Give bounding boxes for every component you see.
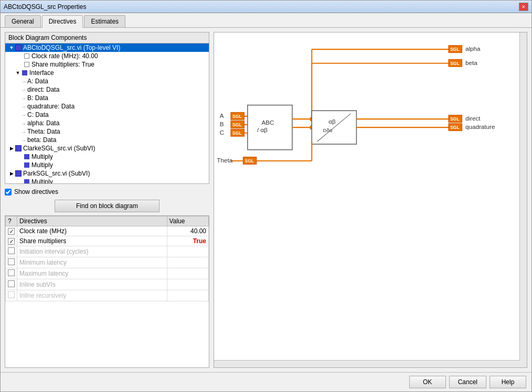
diagram-canvas: ABC / αβ αβ Dδα — [214, 32, 527, 367]
checkbox-icon[interactable] — [8, 269, 15, 276]
tab-bar: General Directives Estimates — [1, 13, 531, 28]
svg-text:SGL: SGL — [232, 114, 241, 119]
tree-item-label: Interface — [29, 69, 54, 77]
vi-icon — [15, 44, 22, 51]
tree-item-beta[interactable]: → beta: Data — [5, 136, 209, 144]
blue-sq-icon — [23, 153, 30, 160]
svg-text:ABC: ABC — [261, 119, 274, 126]
expand-icon-clarke[interactable]: ▶ — [8, 146, 15, 151]
row-name: Minimum latency — [17, 257, 167, 268]
row-name: Maximum latency — [17, 268, 167, 279]
tree-item-clk[interactable]: Clock rate (MHz): 40.00 — [5, 52, 209, 60]
find-on-block-diagram-button[interactable]: Find on block diagram — [55, 200, 159, 212]
tree-item-mult1[interactable]: Multiply — [5, 153, 209, 161]
table-row: Initiation interval (cycles) — [6, 246, 209, 257]
tree-item-b[interactable]: → B: Data — [5, 94, 209, 102]
tree-item-label: quadrature: Data — [27, 103, 75, 110]
directives-table: ? Directives Value ✓ Clock rate (MHz) — [5, 215, 209, 368]
tree-item-alpha[interactable]: → alpha: Data — [5, 119, 209, 127]
row-check[interactable] — [6, 268, 17, 279]
checkbox-icon[interactable]: ✓ — [8, 228, 15, 235]
svg-text:SGL: SGL — [450, 47, 459, 52]
svg-text:SGL: SGL — [450, 61, 459, 66]
tree-item-label: Multiply — [31, 178, 53, 183]
table-row: Inline recursively — [6, 290, 209, 301]
row-value — [167, 279, 208, 290]
row-name: Initiation interval (cycles) — [17, 246, 167, 257]
tree-item-share[interactable]: Share multipliers: True — [5, 60, 209, 69]
tab-general[interactable]: General — [5, 15, 41, 27]
tree-item-label: Theta: Data — [27, 128, 60, 135]
tree-item-theta[interactable]: → Theta: Data — [5, 127, 209, 136]
dash-arrow-icon: → — [21, 87, 26, 93]
main-window: ABCtoDQSGL_src Properties ✕ General Dire… — [0, 0, 532, 392]
row-value — [167, 268, 208, 279]
svg-text:SGL: SGL — [450, 116, 459, 122]
dash-arrow-icon: → — [21, 121, 26, 126]
col-header-value: Value — [167, 216, 208, 226]
row-check[interactable] — [6, 257, 17, 268]
tree-item-label: Clock rate (MHz): 40.00 — [31, 52, 98, 60]
tree-item-label: B: Data — [27, 94, 48, 102]
tree-item-c[interactable]: → C: Data — [5, 111, 209, 119]
tree-item-park[interactable]: ▶ ParkSGL_src.vi (SubVI) — [5, 169, 209, 178]
row-check[interactable]: ✓ — [6, 236, 17, 246]
cancel-button[interactable]: Cancel — [449, 376, 486, 388]
checkbox-icon[interactable] — [8, 280, 15, 287]
dash-arrow-icon: → — [21, 112, 26, 118]
help-button[interactable]: Help — [490, 376, 526, 388]
checkbox-icon[interactable] — [8, 291, 15, 298]
col-header-check: ? — [6, 216, 17, 226]
vi-icon — [15, 170, 22, 177]
tree-scroll[interactable]: ▼ ABCtoDQSGL_src.vi (Top-level VI) Clock… — [5, 43, 209, 183]
tree-item-mult3[interactable]: Multiply — [5, 178, 209, 183]
blue-sq-icon — [23, 178, 30, 183]
svg-text:alpha: alpha — [465, 45, 481, 52]
tree-item-quad[interactable]: → quadrature: Data — [5, 102, 209, 111]
expand-icon-park[interactable]: ▶ — [8, 171, 15, 176]
col-header-name: Directives — [17, 216, 167, 226]
table-row: ✓ Share multipliers True — [6, 236, 209, 246]
tree-header: Block Diagram Components — [5, 32, 209, 43]
tree-item-label: ParkSGL_src.vi (SubVI) — [23, 170, 90, 177]
row-check[interactable]: ✓ — [6, 226, 17, 236]
tree-item-clarke[interactable]: ▶ ClarkeSGL_src.vi (SubVI) — [5, 144, 209, 153]
dash-arrow-icon: → — [21, 137, 26, 143]
blue-sq-icon — [23, 161, 30, 169]
checkbox-icon[interactable] — [8, 247, 15, 254]
vertical-scrollbar[interactable] — [519, 32, 527, 360]
horizontal-scrollbar[interactable] — [214, 360, 519, 367]
diagram-panel: ABC / αβ αβ Dδα — [214, 32, 527, 368]
row-check[interactable] — [6, 246, 17, 257]
svg-text:SGL: SGL — [232, 130, 241, 136]
tab-estimates[interactable]: Estimates — [84, 15, 125, 27]
tab-directives[interactable]: Directives — [42, 15, 83, 28]
row-value: 40.00 — [167, 226, 208, 236]
checkbox-icon[interactable] — [8, 258, 15, 265]
tree-item-direct[interactable]: → direct: Data — [5, 85, 209, 94]
ok-button[interactable]: OK — [409, 376, 446, 388]
svg-text:beta: beta — [465, 59, 477, 66]
show-directives-checkbox[interactable] — [5, 189, 12, 195]
row-check[interactable] — [6, 290, 17, 301]
close-button[interactable]: ✕ — [519, 3, 528, 11]
check-empty-icon — [23, 52, 30, 60]
dash-arrow-icon: → — [21, 104, 26, 110]
title-bar: ABCtoDQSGL_src Properties ✕ — [1, 1, 531, 13]
blue-sq-icon — [21, 69, 28, 77]
tree-item-mult2[interactable]: Multiply — [5, 161, 209, 169]
tree-item-label: Multiply — [31, 161, 53, 169]
dash-arrow-icon: → — [21, 95, 26, 101]
tree-item-iface[interactable]: ▼ Interface — [5, 69, 209, 77]
row-check[interactable] — [6, 279, 17, 290]
table-row: ✓ Clock rate (MHz) 40.00 — [6, 226, 209, 236]
checkbox-icon[interactable]: ✓ — [8, 238, 15, 245]
svg-text:/ αβ: / αβ — [257, 126, 268, 133]
expand-icon[interactable]: ▼ — [8, 45, 15, 50]
row-name: Inline subVIs — [17, 279, 167, 290]
row-value: True — [167, 236, 208, 246]
row-value — [167, 290, 208, 301]
tree-item-root[interactable]: ▼ ABCtoDQSGL_src.vi (Top-level VI) — [5, 43, 209, 52]
tree-item-a[interactable]: → A: Data — [5, 77, 209, 85]
expand-icon-iface[interactable]: ▼ — [15, 70, 21, 75]
